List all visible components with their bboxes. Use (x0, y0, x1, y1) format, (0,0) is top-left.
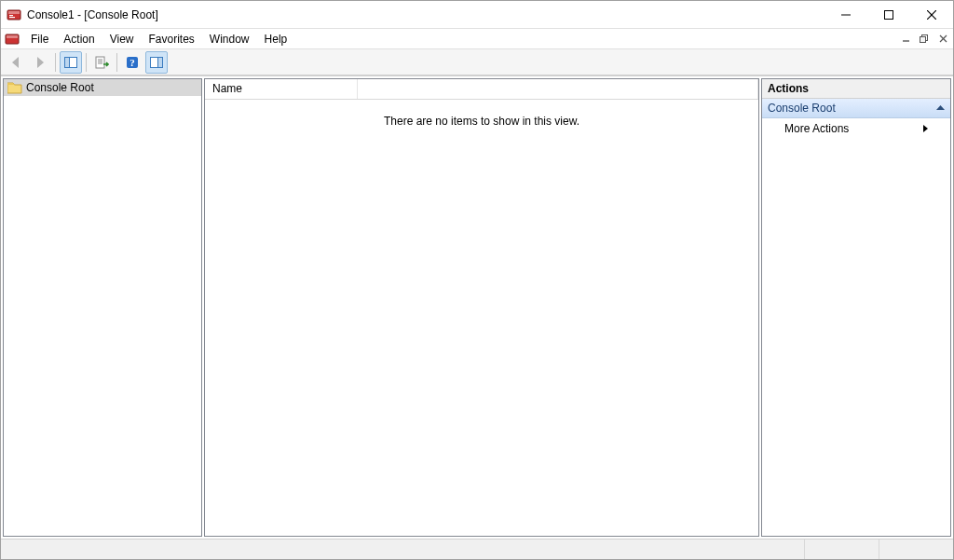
window-title: Console1 - [Console Root] (27, 8, 158, 21)
arrow-right-icon (33, 55, 48, 70)
actions-pane: Actions Console Root More Actions (761, 78, 951, 537)
toolbar-separator (86, 53, 87, 72)
svg-rect-16 (65, 57, 70, 67)
svg-rect-9 (7, 35, 18, 38)
close-button[interactable] (910, 1, 953, 28)
svg-rect-17 (96, 57, 104, 68)
status-cell-main (1, 540, 804, 559)
mdi-controls (897, 29, 953, 48)
maximize-button[interactable] (867, 1, 910, 28)
list-header: Name (205, 79, 758, 100)
tree-node-label: Console Root (26, 81, 94, 94)
menu-favorites[interactable]: Favorites (142, 29, 202, 48)
empty-list-message: There are no items to show in this view. (205, 100, 758, 536)
actions-title: Actions (762, 79, 950, 99)
show-hide-tree-button[interactable] (60, 51, 82, 74)
application-window: Console1 - [Console Root] File Action Vi… (0, 0, 954, 560)
toolbar-separator (116, 53, 117, 72)
help-icon: ? (125, 55, 140, 70)
titlebar-left: Console1 - [Console Root] (1, 7, 158, 22)
svg-rect-24 (158, 57, 163, 67)
status-cell-3 (879, 540, 953, 559)
tree-pane-icon (63, 55, 78, 70)
svg-rect-3 (9, 17, 15, 18)
mdi-system-icon[interactable] (3, 29, 23, 48)
window-controls (825, 1, 953, 28)
toolbar: ? (1, 49, 953, 75)
arrow-left-icon (8, 55, 23, 70)
mdi-restore-icon (920, 34, 929, 44)
actions-section-header[interactable]: Console Root (762, 99, 950, 118)
show-hide-actions-button[interactable] (145, 51, 168, 74)
svg-rect-12 (920, 36, 926, 42)
collapse-up-icon (936, 105, 945, 111)
status-cell-2 (804, 540, 879, 559)
maximize-icon (884, 10, 893, 20)
toolbar-separator (55, 53, 56, 72)
mdi-close-button[interactable] (934, 32, 951, 47)
menu-file[interactable]: File (23, 29, 56, 48)
menu-window[interactable]: Window (202, 29, 257, 48)
svg-text:?: ? (129, 57, 135, 68)
minimize-button[interactable] (825, 1, 867, 28)
export-list-icon (94, 55, 109, 70)
forward-button (29, 51, 51, 74)
column-header-empty[interactable] (358, 79, 758, 99)
folder-icon (7, 82, 22, 94)
svg-rect-1 (8, 11, 20, 14)
export-list-button[interactable] (90, 51, 113, 74)
chevron-right-icon (923, 125, 928, 132)
menu-help[interactable]: Help (257, 29, 295, 48)
menu-view[interactable]: View (102, 29, 142, 48)
column-header-name[interactable]: Name (205, 79, 358, 99)
menubar: File Action View Favorites Window Help (1, 29, 953, 49)
menubar-spacer (294, 29, 897, 48)
titlebar: Console1 - [Console Root] (1, 1, 953, 29)
mdi-restore-button[interactable] (916, 32, 933, 47)
help-button[interactable]: ? (121, 51, 143, 74)
mmc-app-icon (7, 7, 21, 22)
svg-rect-2 (9, 15, 13, 16)
actions-section-label: Console Root (768, 102, 836, 115)
svg-rect-5 (885, 10, 893, 19)
mdi-close-icon (939, 34, 947, 43)
mdi-minimize-button[interactable] (897, 32, 914, 47)
minimize-icon (841, 10, 851, 20)
content-area: Console Root Name There are no items to … (1, 75, 953, 539)
statusbar (1, 539, 953, 559)
more-actions-label: More Actions (784, 122, 849, 135)
back-button (5, 51, 27, 74)
tree-node-console-root[interactable]: Console Root (4, 79, 201, 96)
close-icon (927, 10, 936, 20)
results-list-pane[interactable]: Name There are no items to show in this … (204, 78, 759, 537)
actions-more-actions[interactable]: More Actions (762, 118, 950, 139)
menu-action[interactable]: Action (56, 29, 102, 48)
mdi-minimize-icon (902, 34, 910, 43)
console-tree-pane[interactable]: Console Root (3, 78, 202, 537)
actions-pane-icon (149, 55, 164, 70)
